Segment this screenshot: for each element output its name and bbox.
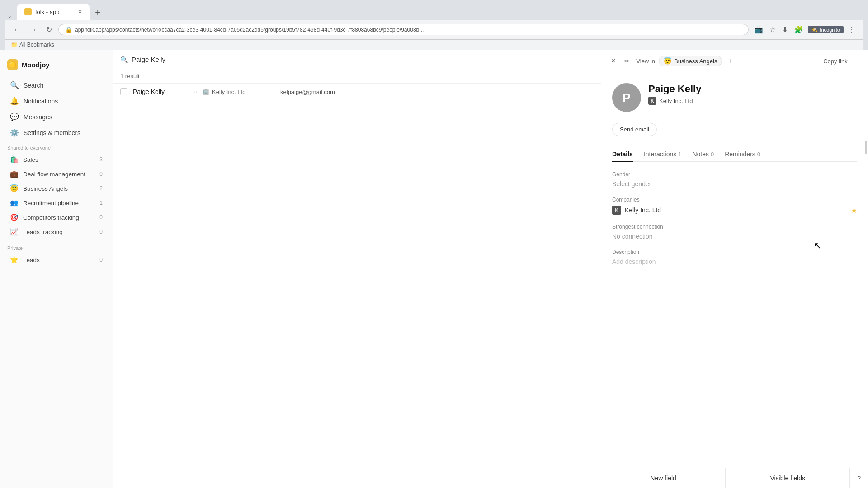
gender-value[interactable]: Select gender: [612, 180, 857, 188]
leads-tracking-count: 0: [99, 229, 103, 235]
sidebar-item-deal-flow[interactable]: 💼 Deal flow management 0: [3, 167, 110, 181]
detail-tabs: Details Interactions 1 Notes 0 Reminders: [612, 147, 857, 162]
sidebar-item-business-angels[interactable]: 😇 Business Angels 2: [3, 182, 110, 195]
leads-tracking-icon: 📈: [10, 228, 19, 236]
search-input[interactable]: [132, 56, 594, 63]
view-in-label: View in: [636, 58, 655, 65]
contact-company-tag[interactable]: K Kelly Inc. Ltd: [648, 97, 701, 105]
field-description: Description Add description: [612, 249, 857, 265]
detail-footer: New field Visible fields ?: [601, 468, 868, 488]
bookmarks-label[interactable]: All Bookmarks: [19, 42, 54, 48]
back-btn[interactable]: ←: [11, 24, 24, 36]
incognito-badge: 🕵 Incognito: [808, 26, 844, 33]
tab-bar: ⌵ f folk - app ✕ +: [5, 4, 863, 20]
results-table: Paige Kelly ··· 🏢 Kelly Inc. Ltd kelpaig…: [113, 84, 601, 488]
visible-fields-btn[interactable]: Visible fields: [726, 468, 849, 488]
result-name: Paige Kelly: [133, 88, 187, 95]
new-tab-btn[interactable]: +: [90, 5, 105, 20]
search-bar: 🔍: [113, 50, 601, 69]
bookmarks-bar: 📁 All Bookmarks: [5, 40, 863, 50]
extensions-btn[interactable]: 🧩: [793, 23, 805, 36]
result-actions[interactable]: ···: [193, 89, 197, 95]
detail-header: × ✏ View in 😇 Business Angels + Copy lin…: [601, 50, 868, 72]
detail-body: P Paige Kelly K Kelly Inc. Ltd: [601, 72, 868, 468]
company-building-icon: 🏢: [203, 89, 209, 95]
detail-more-btn[interactable]: ···: [855, 57, 861, 65]
leads-label: Leads: [23, 257, 40, 263]
tab-notes[interactable]: Notes 0: [692, 147, 714, 162]
company-star-icon[interactable]: ★: [851, 206, 857, 215]
tab-favicon: f: [24, 8, 32, 15]
contact-avatar: P: [612, 83, 641, 112]
browser-nav-icons: 📺 ☆ ⬇ 🧩 🕵 Incognito ⋮: [752, 23, 857, 36]
send-email-btn[interactable]: Send email: [612, 123, 657, 136]
incognito-icon: 🕵: [811, 27, 818, 33]
result-email: kelpaige@gmail.com: [280, 89, 335, 95]
sidebar-item-settings[interactable]: ⚙️ Settings & members: [3, 125, 110, 140]
settings-icon: ⚙️: [10, 128, 19, 137]
sidebar-item-recruitment[interactable]: 👥 Recruitment pipeline 1: [3, 196, 110, 210]
active-tab[interactable]: f folk - app ✕: [17, 4, 90, 20]
results-count: 1 result: [113, 69, 601, 84]
field-strongest-connection: Strongest connection No connection: [612, 224, 857, 240]
cast-btn[interactable]: 📺: [752, 23, 765, 36]
view-in-badge[interactable]: 😇 Business Angels: [659, 56, 722, 66]
detail-add-group-btn[interactable]: +: [726, 56, 735, 66]
contact-name: Paige Kelly: [648, 83, 701, 95]
detail-close-btn[interactable]: ×: [609, 56, 618, 66]
tab-details[interactable]: Details: [612, 147, 633, 162]
shared-section-label: Shared to everyone: [0, 141, 113, 152]
settings-label: Settings & members: [24, 129, 80, 136]
tab-close-btn[interactable]: ✕: [78, 9, 82, 15]
add-description-value[interactable]: Add description: [612, 258, 857, 265]
detail-scrollbar[interactable]: [865, 141, 867, 154]
detail-panel: × ✏ View in 😇 Business Angels + Copy lin…: [601, 50, 868, 488]
copy-link-btn[interactable]: Copy link: [820, 56, 851, 66]
tab-reminders[interactable]: Reminders 0: [725, 147, 760, 162]
sidebar-item-leads-tracking[interactable]: 📈 Leads tracking 0: [3, 225, 110, 239]
browser-top-bar: ⌵ f folk - app ✕ + ← → ↻ 🔒 app.folk.app/…: [0, 0, 868, 50]
company-tag-icon: K: [648, 97, 656, 105]
sales-icon: 🛍️: [10, 155, 19, 164]
leads-icon: ⭐: [10, 256, 19, 264]
bookmark-btn[interactable]: ☆: [768, 23, 778, 36]
field-gender: Gender Select gender: [612, 171, 857, 188]
competitors-icon: 🎯: [10, 213, 19, 221]
refresh-btn[interactable]: ↻: [43, 23, 55, 36]
messages-icon: 💬: [10, 113, 19, 121]
sidebar-item-search[interactable]: 🔍 Search: [3, 78, 110, 93]
result-row[interactable]: Paige Kelly ··· 🏢 Kelly Inc. Ltd kelpaig…: [113, 84, 601, 100]
help-btn[interactable]: ?: [849, 468, 868, 488]
company-row: K Kelly Inc. Ltd ★: [612, 206, 857, 215]
sidebar-item-messages[interactable]: 💬 Messages: [3, 109, 110, 124]
competitors-label: Competitors tracking: [23, 214, 79, 221]
deal-flow-count: 0: [99, 171, 103, 177]
sales-count: 3: [99, 156, 103, 163]
bookmarks-folder-icon: 📁: [11, 42, 18, 48]
sidebar-item-leads[interactable]: ⭐ Leads 0: [3, 253, 110, 267]
brand-name: Moodjoy: [22, 61, 50, 69]
sidebar-item-competitors[interactable]: 🎯 Competitors tracking 0: [3, 211, 110, 224]
download-btn[interactable]: ⬇: [780, 23, 790, 36]
detail-edit-btn[interactable]: ✏: [622, 56, 632, 66]
result-company-name: Kelly Inc. Ltd: [212, 89, 245, 95]
company-name-text[interactable]: Kelly Inc. Ltd: [625, 206, 661, 214]
result-checkbox[interactable]: [120, 88, 127, 95]
url-text: app.folk.app/apps/contacts/network/ccaa7…: [75, 27, 742, 33]
group-badge-icon: 😇: [664, 57, 671, 65]
notifications-icon: 🔔: [10, 97, 19, 105]
address-bar[interactable]: 🔒 app.folk.app/apps/contacts/network/cca…: [58, 24, 749, 35]
business-angels-icon: 😇: [10, 184, 19, 192]
forward-btn[interactable]: →: [27, 24, 40, 36]
tab-group-btn[interactable]: ⌵: [5, 11, 14, 20]
sidebar-item-sales[interactable]: 🛍️ Sales 3: [3, 153, 110, 166]
recruitment-label: Recruitment pipeline: [23, 200, 79, 206]
menu-btn[interactable]: ⋮: [846, 23, 857, 36]
business-angels-count: 2: [99, 185, 103, 192]
tab-interactions[interactable]: Interactions 1: [644, 147, 682, 162]
nav-bar: ← → ↻ 🔒 app.folk.app/apps/contacts/netwo…: [5, 20, 863, 40]
new-field-btn[interactable]: New field: [601, 468, 726, 488]
sidebar-item-notifications[interactable]: 🔔 Notifications: [3, 94, 110, 108]
group-badge-name: Business Angels: [674, 58, 717, 65]
competitors-count: 0: [99, 214, 103, 221]
